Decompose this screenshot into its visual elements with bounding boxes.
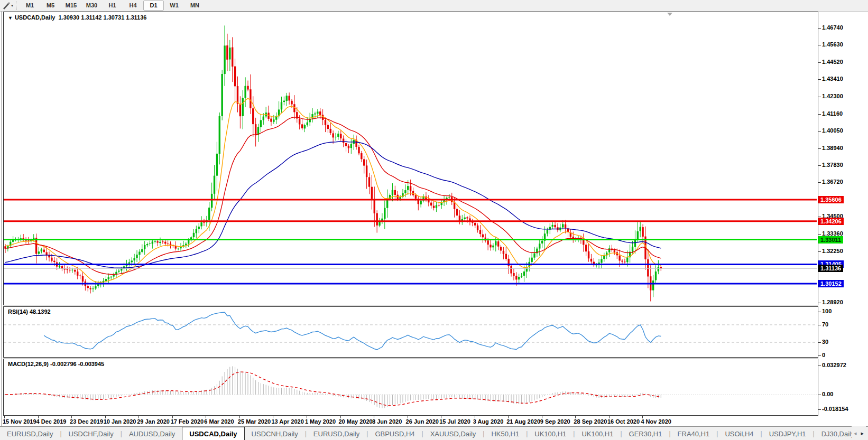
date-label: 15 Jul 2020: [439, 418, 470, 425]
axis-tick: [818, 342, 821, 343]
axis-tick-label: 0.00: [822, 391, 833, 397]
axis-tick: [818, 325, 821, 325]
timeframe-button-m30[interactable]: M30: [81, 1, 102, 11]
date-label: 6 Mar 2020: [204, 418, 234, 425]
axis-tick-label: 1.38940: [822, 145, 843, 151]
tab-scroll-arrows: ◂ ▸: [852, 426, 866, 440]
timeframe-button-m5[interactable]: M5: [40, 1, 61, 11]
bottom-tab-usdchf-1[interactable]: USDCHF,Daily: [62, 427, 121, 440]
date-label: 28 Sep 2020: [574, 418, 607, 425]
axis-tick: [818, 312, 821, 312]
macd-panel: MACD(12,26,9) -0.002796 -0.003945: [3, 359, 818, 416]
chart-shift-marker[interactable]: [667, 13, 672, 16]
axis-tick-label: 1.41160: [822, 110, 843, 117]
bottom-tab-eurusd-5[interactable]: EURUSD,Daily: [307, 427, 366, 440]
bottom-tab-usdjpy-14[interactable]: USDJPY,H1: [762, 427, 813, 440]
tab-scroll-left-icon[interactable]: ◂: [854, 430, 857, 437]
axis-tick-label: 1.42300: [822, 93, 843, 99]
main-chart-canvas[interactable]: [4, 12, 817, 304]
date-label: 15 Nov 2019: [3, 418, 36, 425]
bottom-tab-fra40-12[interactable]: FRA40,H1: [671, 427, 717, 440]
timeframe-button-m1[interactable]: M1: [20, 1, 40, 11]
axis-tick: [818, 234, 821, 235]
axis-tick: [818, 251, 821, 252]
bottom-tab-audusd-2[interactable]: AUDUSD,Daily: [122, 427, 182, 440]
draw-tool-icon[interactable]: [2, 2, 11, 10]
date-label: 10 Jan 2020: [104, 418, 136, 425]
bottom-tab-hk50-8[interactable]: HK50,H1: [484, 427, 526, 440]
axis-tick-label: 1.46740: [822, 24, 843, 31]
date-label: 23 Dec 2019: [70, 418, 103, 425]
bottom-tab-ger30-11[interactable]: GER30,H1: [622, 427, 669, 440]
bottom-tab-usoil-13[interactable]: USOil,H4: [718, 427, 760, 440]
date-label: 25 Mar 2020: [238, 418, 271, 425]
timeframe-button-w1[interactable]: W1: [164, 1, 184, 11]
price-level-badge: 1.34206: [818, 218, 844, 225]
axis-tick-label: 1.40050: [822, 127, 843, 134]
axis-tick-label: 1.36720: [822, 179, 843, 185]
timeframe-button-mn[interactable]: MN: [184, 1, 205, 11]
axis-tick-label: -0.018154: [822, 406, 848, 412]
axis-tick-label: 1.43410: [822, 76, 843, 82]
date-label: 9 Sep 2020: [540, 418, 570, 425]
price-level-badge: 1.31136: [818, 265, 843, 272]
date-label: 16 Oct 2020: [607, 418, 640, 425]
axis-tick-label: 30: [822, 339, 828, 345]
bottom-tab-uk100-10[interactable]: UK100,H1: [575, 427, 620, 440]
timeframe-buttons: M1M5M15M30H1H4D1W1MN: [20, 1, 205, 11]
date-label: 8 Jun 2020: [372, 418, 402, 425]
timeframe-button-h4[interactable]: H4: [123, 1, 143, 11]
date-label: 4 Nov 2020: [641, 418, 671, 425]
tool-dropdown-icon[interactable]: ▾: [11, 3, 13, 8]
date-label: 20 May 2020: [339, 418, 373, 425]
axis-tick-label: 1.45630: [822, 41, 843, 48]
chart-ohlc-values: 1.30930 1.31142 1.30731 1.31136: [58, 14, 146, 21]
axis-tick-label: 1.28920: [822, 299, 843, 305]
axis-tick: [818, 114, 821, 115]
chart-tab-bar: EURUSD,Daily|USDCHF,Daily|AUDUSD,DailyUS…: [0, 426, 868, 440]
chart-collapse-icon[interactable]: ▼: [8, 15, 13, 21]
axis-tick: [818, 355, 821, 356]
timeframe-button-d1[interactable]: D1: [143, 1, 164, 11]
axis-tick: [818, 165, 821, 166]
date-label: 29 Jan 2020: [137, 418, 170, 425]
axis-tick-label: 1.37830: [822, 162, 843, 168]
bottom-tab-eurusd-0[interactable]: EURUSD,Daily: [0, 427, 60, 440]
axis-tick: [818, 79, 821, 80]
axis-tick: [818, 97, 821, 97]
date-label: 3 Aug 2020: [473, 418, 504, 425]
tab-scroll-right-icon[interactable]: ▸: [861, 430, 864, 437]
timeframe-button-h1[interactable]: H1: [102, 1, 123, 11]
toolbar-grip: [16, 2, 17, 10]
axis-tick: [818, 28, 821, 29]
axis-tick: [818, 409, 821, 410]
axis-tick: [818, 45, 821, 45]
bottom-tab-xauusd-7[interactable]: XAUUSD,Daily: [423, 427, 483, 440]
macd-label: MACD(12,26,9) -0.002796 -0.003945: [8, 361, 104, 367]
axis-tick: [818, 148, 821, 149]
mt4-terminal: ▾ M1M5M15M30H1H4D1W1MN ▼USDCAD,Daily 1.3…: [0, 0, 868, 440]
timeframe-button-m15[interactable]: M15: [61, 1, 81, 11]
axis-tick-label: 1.32250: [822, 248, 843, 254]
axis-tick-label: 70: [822, 321, 828, 327]
price-level-badge: 1.30152: [818, 280, 844, 287]
price-level-badge: 1.35606: [818, 196, 844, 203]
timeframe-toolbar: ▾ M1M5M15M30H1H4D1W1MN: [0, 0, 868, 12]
bottom-tab-usdcnh-4[interactable]: USDCNH,Daily: [245, 427, 305, 440]
date-label: 17 Feb 2020: [171, 418, 204, 425]
chart-title: ▼USDCAD,Daily 1.30930 1.31142 1.30731 1.…: [8, 14, 146, 21]
bottom-tab-usdcad-3[interactable]: USDCAD,Daily: [182, 427, 244, 440]
bottom-tab-gbpusd-6[interactable]: GBPUSD,H4: [368, 427, 421, 440]
rsi-panel: RSI(14) 48.1392: [3, 306, 818, 358]
axis-tick-label: 0.032972: [822, 362, 846, 368]
rsi-canvas[interactable]: [4, 307, 817, 356]
chart-symbol: USDCAD,Daily: [15, 14, 55, 21]
price-axis: 1.467401.456301.445201.434101.423001.411…: [818, 12, 868, 416]
window-left-edge: [1, 11, 2, 440]
axis-tick: [818, 303, 821, 303]
macd-canvas[interactable]: [4, 359, 817, 414]
axis-tick: [818, 182, 821, 183]
axis-tick: [818, 131, 821, 132]
axis-tick-label: 0: [822, 352, 825, 358]
bottom-tab-uk100-9[interactable]: UK100,H1: [528, 427, 573, 440]
